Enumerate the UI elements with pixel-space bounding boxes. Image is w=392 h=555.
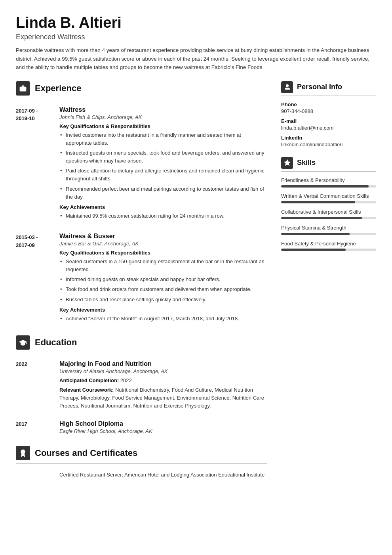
skill-bar-fill-1 xyxy=(281,201,355,203)
candidate-summary: Personable waitress with more than 4 yea… xyxy=(16,46,376,72)
edu-content-1: Majoring in Food and Nutrition Universit… xyxy=(59,360,267,412)
edu-completion-1: Anticipated Completion: 2022 xyxy=(59,377,267,385)
skill-item-0: Friendliness & Personability xyxy=(281,177,376,188)
left-column: Experience 2017-09 - 2019-10 Waitress Jo… xyxy=(16,81,267,489)
experience-entry-1: 2017-09 - 2019-10 Waitress John's Fish &… xyxy=(16,106,267,223)
exp-company-2: Jamie's Bar & Grill, Anchorage, AK xyxy=(59,241,267,247)
skills-icon xyxy=(281,157,293,169)
courses-content: Certified Restaurant Server: American Ho… xyxy=(59,471,267,479)
skill-item-4: Food Safety & Personal Hygiene xyxy=(281,241,376,251)
exp-dates-1: 2017-09 - 2019-10 xyxy=(16,106,59,223)
exp-achieve-1-1: Maintained 99.5% customer satisfaction r… xyxy=(59,212,267,220)
exp-bullet-2-3: Took food and drink orders from customer… xyxy=(59,285,267,293)
personal-info-linkedin-label: LinkedIn xyxy=(281,135,376,141)
svg-point-4 xyxy=(286,84,288,87)
exp-content-2: Waitress & Busser Jamie's Bar & Grill, A… xyxy=(59,233,267,326)
exp-bullet-1-3: Paid close attention to dietary and alle… xyxy=(59,167,267,183)
exp-bullet-1-2: Instructed guests on menu specials, took… xyxy=(59,149,267,165)
certificate-icon xyxy=(19,449,27,457)
exp-bullet-2-2: Informed dining guests on steak specials… xyxy=(59,276,267,283)
personal-info-icon xyxy=(281,81,293,93)
skill-bar-bg-0 xyxy=(281,185,376,188)
exp-company-1: John's Fish & Chips, Anchorage, AK xyxy=(59,114,267,120)
candidate-title: Experienced Waitress xyxy=(16,33,376,41)
exp-bullets-1: Invited customers into the restaurant in… xyxy=(59,131,267,201)
person-icon xyxy=(284,84,291,90)
experience-title: Experience xyxy=(35,83,81,94)
courses-entry: Certified Restaurant Server: American Ho… xyxy=(16,471,267,479)
skill-bar-fill-3 xyxy=(281,233,350,235)
exp-job-title-1: Waitress xyxy=(59,106,267,113)
skill-bar-fill-2 xyxy=(281,217,362,219)
edu-year-2: 2017 xyxy=(16,420,59,436)
exp-qual-heading-2: Key Qualifications & Responsibilities xyxy=(59,250,267,256)
personal-info-email-label: E-mail xyxy=(281,118,376,124)
edu-coursework-1: Relevant Coursework: Nutritional Biochem… xyxy=(59,386,267,410)
skills-title: Skills xyxy=(297,159,316,167)
edu-content-2: High School Diploma Eagle River High Sch… xyxy=(59,420,267,436)
exp-dates-2: 2015-03 - 2017-09 xyxy=(16,233,59,326)
education-entry-1: 2022 Majoring in Food and Nutrition Univ… xyxy=(16,360,267,412)
exp-bullet-1-1: Invited customers into the restaurant in… xyxy=(59,131,267,147)
skill-bar-fill-4 xyxy=(281,249,346,251)
skill-item-1: Written & Verbal Communication Skills xyxy=(281,193,376,203)
education-entry-2: 2017 High School Diploma Eagle River Hig… xyxy=(16,420,267,436)
exp-achieve-heading-1: Key Achievements xyxy=(59,204,267,210)
exp-bullet-1-4: Recommended perfect beer and meal pairin… xyxy=(59,185,267,201)
skill-item-2: Collaborative & Interpersonal Skills xyxy=(281,209,376,219)
skill-name-2: Collaborative & Interpersonal Skills xyxy=(281,209,376,215)
personal-info-divider xyxy=(281,96,376,96)
experience-entry-2: 2015-03 - 2017-09 Waitress & Busser Jami… xyxy=(16,233,267,326)
personal-info-phone-label: Phone xyxy=(281,101,376,107)
header: Linda B. Altieri Experienced Waitress Pe… xyxy=(16,14,376,72)
exp-job-title-2: Waitress & Busser xyxy=(59,233,267,240)
education-title: Education xyxy=(35,337,77,348)
personal-info-email-value: linda.b.altieri@me.com xyxy=(281,125,376,131)
personal-info-header: Personal Info xyxy=(281,81,376,93)
skill-name-1: Written & Verbal Communication Skills xyxy=(281,193,376,199)
courses-text: Certified Restaurant Server: American Ho… xyxy=(59,471,267,479)
exp-bullets-2: Seated customers in a 150-guest dining e… xyxy=(59,258,267,304)
skills-section: Skills Friendliness & Personability Writ… xyxy=(281,157,376,251)
main-layout: Experience 2017-09 - 2019-10 Waitress Jo… xyxy=(16,81,376,489)
personal-info-linkedin-value: linkedin.com/in/lindabaltieri xyxy=(281,142,376,147)
courses-title: Courses and Certificates xyxy=(35,448,137,458)
skill-bar-bg-4 xyxy=(281,249,376,251)
education-section-header: Education xyxy=(16,335,267,350)
personal-info-phone-value: 907-344-0888 xyxy=(281,108,376,114)
experience-section: Experience 2017-09 - 2019-10 Waitress Jo… xyxy=(16,81,267,326)
skills-header: Skills xyxy=(281,157,376,169)
svg-point-3 xyxy=(21,450,25,454)
exp-bullet-2-4: Bussed tables and reset place settings q… xyxy=(59,296,267,304)
edu-school-2: Eagle River High School, Anchorage, AK xyxy=(59,428,267,434)
exp-achieve-heading-2: Key Achievements xyxy=(59,307,267,313)
courses-divider xyxy=(16,463,267,464)
skills-divider xyxy=(281,171,376,172)
skill-name-0: Friendliness & Personability xyxy=(281,177,376,183)
skill-name-4: Food Safety & Personal Hygiene xyxy=(281,241,376,247)
exp-achievements-2: Achieved "Server of the Month" in August… xyxy=(59,315,267,323)
experience-section-header: Experience xyxy=(16,81,267,96)
skill-item-3: Physical Stamina & Strength xyxy=(281,225,376,235)
skills-icon-svg xyxy=(284,159,291,166)
experience-divider xyxy=(16,99,267,99)
svg-marker-5 xyxy=(284,160,290,165)
edu-degree-1: Majoring in Food and Nutrition xyxy=(59,360,267,367)
edu-degree-2: High School Diploma xyxy=(59,420,267,427)
exp-achievements-1: Maintained 99.5% customer satisfaction r… xyxy=(59,212,267,220)
skill-bar-fill-0 xyxy=(281,185,369,188)
exp-achieve-2-1: Achieved "Server of the Month" in August… xyxy=(59,315,267,323)
graduation-icon xyxy=(19,339,27,346)
personal-info-section: Personal Info Phone 907-344-0888 E-mail … xyxy=(281,81,376,147)
courses-indent xyxy=(16,471,59,479)
education-section: Education 2022 Majoring in Food and Nutr… xyxy=(16,335,267,437)
personal-info-title: Personal Info xyxy=(297,83,342,91)
svg-rect-0 xyxy=(20,87,27,92)
courses-section-header: Courses and Certificates xyxy=(16,446,267,460)
skill-bar-bg-1 xyxy=(281,201,376,203)
experience-icon xyxy=(16,81,30,96)
briefcase-icon xyxy=(19,84,27,92)
exp-qual-heading-1: Key Qualifications & Responsibilities xyxy=(59,123,267,129)
edu-year-1: 2022 xyxy=(16,360,59,412)
courses-section: Courses and Certificates Certified Resta… xyxy=(16,446,267,479)
